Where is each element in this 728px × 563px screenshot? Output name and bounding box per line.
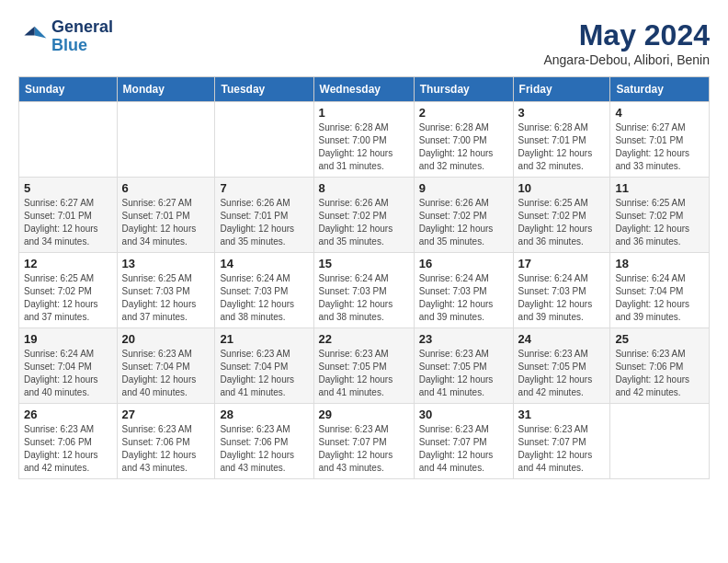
location-subtitle: Angara-Debou, Alibori, Benin bbox=[543, 52, 710, 67]
day-info: Sunrise: 6:24 AMSunset: 7:03 PMDaylight:… bbox=[319, 272, 409, 324]
day-number: 25 bbox=[615, 332, 704, 346]
day-info: Sunrise: 6:24 AMSunset: 7:03 PMDaylight:… bbox=[518, 272, 606, 324]
day-info: Sunrise: 6:27 AMSunset: 7:01 PMDaylight:… bbox=[615, 121, 704, 173]
day-info: Sunrise: 6:23 AMSunset: 7:06 PMDaylight:… bbox=[220, 423, 308, 475]
day-cell bbox=[19, 102, 118, 178]
day-info: Sunrise: 6:23 AMSunset: 7:07 PMDaylight:… bbox=[319, 423, 409, 475]
day-cell: 22Sunrise: 6:23 AMSunset: 7:05 PMDayligh… bbox=[313, 328, 414, 404]
day-number: 21 bbox=[220, 332, 308, 346]
day-info: Sunrise: 6:26 AMSunset: 7:02 PMDaylight:… bbox=[319, 197, 409, 248]
day-cell: 26Sunrise: 6:23 AMSunset: 7:06 PMDayligh… bbox=[19, 404, 118, 479]
header-day-thursday: Thursday bbox=[414, 77, 513, 102]
week-row-3: 12Sunrise: 6:25 AMSunset: 7:02 PMDayligh… bbox=[19, 253, 710, 328]
header-day-monday: Monday bbox=[117, 77, 215, 102]
day-number: 19 bbox=[24, 332, 112, 346]
logo-line2: Blue bbox=[51, 37, 113, 55]
day-cell: 6Sunrise: 6:27 AMSunset: 7:01 PMDaylight… bbox=[117, 178, 215, 253]
day-cell: 31Sunrise: 6:23 AMSunset: 7:07 PMDayligh… bbox=[513, 404, 610, 479]
day-cell bbox=[215, 102, 313, 178]
day-cell: 11Sunrise: 6:25 AMSunset: 7:02 PMDayligh… bbox=[610, 178, 710, 253]
day-info: Sunrise: 6:26 AMSunset: 7:01 PMDaylight:… bbox=[220, 197, 308, 248]
day-number: 28 bbox=[220, 408, 308, 421]
day-info: Sunrise: 6:28 AMSunset: 7:00 PMDaylight:… bbox=[419, 121, 508, 173]
day-info: Sunrise: 6:28 AMSunset: 7:01 PMDaylight:… bbox=[518, 121, 606, 173]
day-info: Sunrise: 6:23 AMSunset: 7:05 PMDaylight:… bbox=[419, 348, 508, 399]
day-cell bbox=[117, 102, 215, 178]
day-info: Sunrise: 6:23 AMSunset: 7:06 PMDaylight:… bbox=[615, 348, 704, 399]
header-day-sunday: Sunday bbox=[19, 77, 118, 102]
day-cell: 27Sunrise: 6:23 AMSunset: 7:06 PMDayligh… bbox=[117, 404, 215, 479]
header-row: SundayMondayTuesdayWednesdayThursdayFrid… bbox=[19, 77, 710, 102]
logo-line1: General bbox=[51, 18, 113, 37]
day-cell: 3Sunrise: 6:28 AMSunset: 7:01 PMDaylight… bbox=[513, 102, 610, 178]
day-cell: 1Sunrise: 6:28 AMSunset: 7:00 PMDaylight… bbox=[313, 102, 414, 178]
day-number: 14 bbox=[220, 257, 308, 270]
day-info: Sunrise: 6:23 AMSunset: 7:06 PMDaylight:… bbox=[24, 423, 112, 475]
header-day-tuesday: Tuesday bbox=[215, 77, 313, 102]
day-number: 3 bbox=[518, 106, 606, 120]
day-info: Sunrise: 6:25 AMSunset: 7:02 PMDaylight:… bbox=[615, 197, 704, 248]
day-cell: 12Sunrise: 6:25 AMSunset: 7:02 PMDayligh… bbox=[19, 253, 118, 328]
day-cell: 14Sunrise: 6:24 AMSunset: 7:03 PMDayligh… bbox=[215, 253, 313, 328]
week-row-4: 19Sunrise: 6:24 AMSunset: 7:04 PMDayligh… bbox=[19, 328, 710, 404]
header-day-wednesday: Wednesday bbox=[313, 77, 414, 102]
svg-marker-1 bbox=[24, 27, 34, 36]
week-row-2: 5Sunrise: 6:27 AMSunset: 7:01 PMDaylight… bbox=[19, 178, 710, 253]
page-header: General Blue May 2024 Angara-Debou, Alib… bbox=[18, 18, 710, 67]
logo: General Blue bbox=[18, 18, 113, 55]
day-info: Sunrise: 6:26 AMSunset: 7:02 PMDaylight:… bbox=[419, 197, 508, 248]
week-row-5: 26Sunrise: 6:23 AMSunset: 7:06 PMDayligh… bbox=[19, 404, 710, 479]
day-info: Sunrise: 6:23 AMSunset: 7:07 PMDaylight:… bbox=[419, 423, 508, 475]
title-block: May 2024 Angara-Debou, Alibori, Benin bbox=[543, 18, 710, 67]
day-cell: 10Sunrise: 6:25 AMSunset: 7:02 PMDayligh… bbox=[513, 178, 610, 253]
day-info: Sunrise: 6:28 AMSunset: 7:00 PMDaylight:… bbox=[319, 121, 409, 173]
day-number: 5 bbox=[24, 181, 112, 195]
day-cell: 19Sunrise: 6:24 AMSunset: 7:04 PMDayligh… bbox=[19, 328, 118, 404]
day-number: 10 bbox=[518, 181, 606, 195]
day-cell: 30Sunrise: 6:23 AMSunset: 7:07 PMDayligh… bbox=[414, 404, 513, 479]
day-number: 27 bbox=[122, 408, 210, 421]
day-info: Sunrise: 6:23 AMSunset: 7:05 PMDaylight:… bbox=[518, 348, 606, 399]
day-info: Sunrise: 6:23 AMSunset: 7:06 PMDaylight:… bbox=[122, 423, 210, 475]
day-number: 4 bbox=[615, 106, 704, 120]
calendar-body: 1Sunrise: 6:28 AMSunset: 7:00 PMDaylight… bbox=[19, 102, 710, 479]
header-day-friday: Friday bbox=[513, 77, 610, 102]
day-cell: 24Sunrise: 6:23 AMSunset: 7:05 PMDayligh… bbox=[513, 328, 610, 404]
day-number: 23 bbox=[419, 332, 508, 346]
day-cell: 17Sunrise: 6:24 AMSunset: 7:03 PMDayligh… bbox=[513, 253, 610, 328]
logo-text: General Blue bbox=[51, 18, 113, 55]
day-cell: 20Sunrise: 6:23 AMSunset: 7:04 PMDayligh… bbox=[117, 328, 215, 404]
day-cell: 16Sunrise: 6:24 AMSunset: 7:03 PMDayligh… bbox=[414, 253, 513, 328]
day-info: Sunrise: 6:25 AMSunset: 7:02 PMDaylight:… bbox=[518, 197, 606, 248]
day-number: 26 bbox=[24, 408, 112, 421]
day-cell: 9Sunrise: 6:26 AMSunset: 7:02 PMDaylight… bbox=[414, 178, 513, 253]
day-cell: 8Sunrise: 6:26 AMSunset: 7:02 PMDaylight… bbox=[313, 178, 414, 253]
day-info: Sunrise: 6:25 AMSunset: 7:02 PMDaylight:… bbox=[24, 272, 112, 324]
day-number: 11 bbox=[615, 181, 704, 195]
day-number: 30 bbox=[419, 408, 508, 421]
day-number: 29 bbox=[319, 408, 409, 421]
day-number: 9 bbox=[419, 181, 508, 195]
day-info: Sunrise: 6:24 AMSunset: 7:03 PMDaylight:… bbox=[220, 272, 308, 324]
day-info: Sunrise: 6:27 AMSunset: 7:01 PMDaylight:… bbox=[24, 197, 112, 248]
day-number: 1 bbox=[319, 106, 409, 120]
day-number: 17 bbox=[518, 257, 606, 270]
day-info: Sunrise: 6:23 AMSunset: 7:04 PMDaylight:… bbox=[220, 348, 308, 399]
day-number: 12 bbox=[24, 257, 112, 270]
day-number: 13 bbox=[122, 257, 210, 270]
calendar-header: SundayMondayTuesdayWednesdayThursdayFrid… bbox=[19, 77, 710, 102]
day-cell bbox=[610, 404, 710, 479]
header-day-saturday: Saturday bbox=[610, 77, 710, 102]
day-number: 22 bbox=[319, 332, 409, 346]
month-title: May 2024 bbox=[543, 18, 710, 52]
week-row-1: 1Sunrise: 6:28 AMSunset: 7:00 PMDaylight… bbox=[19, 102, 710, 178]
day-info: Sunrise: 6:25 AMSunset: 7:03 PMDaylight:… bbox=[122, 272, 210, 324]
day-cell: 29Sunrise: 6:23 AMSunset: 7:07 PMDayligh… bbox=[313, 404, 414, 479]
day-number: 31 bbox=[518, 408, 606, 421]
day-cell: 21Sunrise: 6:23 AMSunset: 7:04 PMDayligh… bbox=[215, 328, 313, 404]
day-cell: 13Sunrise: 6:25 AMSunset: 7:03 PMDayligh… bbox=[117, 253, 215, 328]
svg-marker-0 bbox=[35, 27, 47, 39]
day-cell: 4Sunrise: 6:27 AMSunset: 7:01 PMDaylight… bbox=[610, 102, 710, 178]
day-info: Sunrise: 6:24 AMSunset: 7:04 PMDaylight:… bbox=[24, 348, 112, 399]
day-info: Sunrise: 6:24 AMSunset: 7:04 PMDaylight:… bbox=[615, 272, 704, 324]
